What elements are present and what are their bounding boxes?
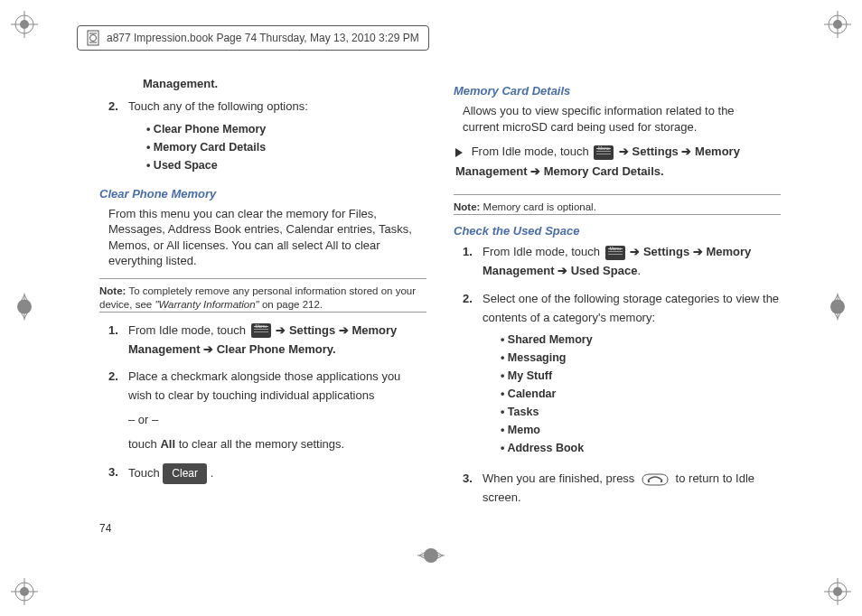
- crop-side-icon: [11, 294, 38, 323]
- note-block: Note: Memory card is optional.: [454, 195, 781, 215]
- continued-heading: Management.: [143, 77, 426, 90]
- category-item: My Stuff: [501, 367, 781, 385]
- menu-icon: Menu: [605, 246, 625, 260]
- category-item: Calendar: [501, 385, 781, 403]
- right-column: Memory Card Details Allows you to view s…: [454, 77, 781, 517]
- categories-list: Shared Memory Messaging My Stuff Calenda…: [501, 331, 781, 457]
- page-content: Management. 2. Touch any of the followin…: [99, 77, 781, 517]
- step-number: 3.: [108, 463, 128, 484]
- page-icon: [87, 30, 99, 46]
- crop-side-icon: [417, 542, 445, 572]
- option-item: Used Space: [146, 156, 426, 174]
- category-item: Tasks: [501, 403, 781, 421]
- step-number: 2.: [108, 98, 128, 178]
- step-item: 2. Touch any of the following options: C…: [108, 98, 426, 178]
- step-item: 3. When you are finished, press to retur…: [463, 470, 781, 508]
- category-item: Address Book: [501, 439, 781, 457]
- category-item: Shared Memory: [501, 331, 781, 349]
- section-heading: Memory Card Details: [454, 84, 781, 98]
- step-text: When you are finished, press: [483, 471, 638, 485]
- step-number: 3.: [463, 470, 483, 508]
- step-item: 1. From Idle mode, touch Menu ➔ Settings…: [463, 243, 781, 281]
- page-number: 74: [99, 522, 111, 535]
- svg-point-23: [90, 35, 97, 42]
- step-text: From Idle mode, touch: [128, 323, 249, 337]
- category-item: Messaging: [501, 349, 781, 367]
- svg-rect-22: [88, 31, 98, 45]
- menu-icon: Menu: [594, 145, 614, 160]
- category-item: Memo: [501, 421, 781, 439]
- crop-side-icon: [824, 294, 851, 323]
- step-text: touch All to clear all the memory settin…: [128, 435, 426, 454]
- crop-mark-icon: [824, 11, 851, 38]
- section-heading: Clear Phone Memory: [99, 187, 426, 201]
- section-heading: Check the Used Space: [454, 224, 781, 238]
- option-item: Clear Phone Memory: [146, 120, 426, 138]
- step-text: Touch any of the following options:: [128, 99, 308, 113]
- left-column: Management. 2. Touch any of the followin…: [99, 77, 426, 517]
- step-number: 2.: [108, 368, 128, 453]
- note-block: Note: To completely remove any personal …: [99, 279, 426, 313]
- triangle-bullet-icon: [455, 148, 463, 157]
- section-body: Allows you to view specific information …: [463, 103, 772, 135]
- doc-header: a877 Impression.book Page 74 Thursday, M…: [77, 25, 429, 51]
- step-text: Touch: [128, 466, 163, 480]
- step-item: From Idle mode, touch Menu ➔ Settings ➔ …: [455, 142, 781, 182]
- step-text: Place a checkmark alongside those applic…: [128, 368, 426, 406]
- clear-button-graphic: Clear: [163, 463, 207, 484]
- svg-point-26: [648, 481, 650, 482]
- svg-point-27: [661, 481, 662, 482]
- step-text: From Idle mode, touch: [483, 245, 604, 258]
- section-body: From this menu you can clear the memory …: [108, 206, 417, 269]
- step-number: 1.: [108, 322, 128, 359]
- step-item: 3. Touch Clear .: [108, 463, 426, 484]
- crop-mark-icon: [11, 11, 38, 38]
- step-item: 1. From Idle mode, touch Menu ➔ Settings…: [108, 322, 426, 359]
- menu-icon: Menu: [251, 323, 271, 338]
- step-text: Select one of the following storage cate…: [483, 292, 779, 324]
- crop-mark-icon: [824, 578, 851, 605]
- end-call-key-icon: [641, 472, 670, 487]
- doc-header-text: a877 Impression.book Page 74 Thursday, M…: [107, 32, 419, 44]
- crop-mark-icon: [11, 578, 38, 605]
- step-number: 1.: [463, 243, 483, 281]
- options-list: Clear Phone Memory Memory Card Details U…: [146, 120, 426, 174]
- step-text: – or –: [128, 411, 426, 430]
- option-item: Memory Card Details: [146, 138, 426, 156]
- step-item: 2. Place a checkmark alongside those app…: [108, 368, 426, 453]
- step-number: 2.: [463, 290, 483, 462]
- step-item: 2. Select one of the following storage c…: [463, 290, 781, 462]
